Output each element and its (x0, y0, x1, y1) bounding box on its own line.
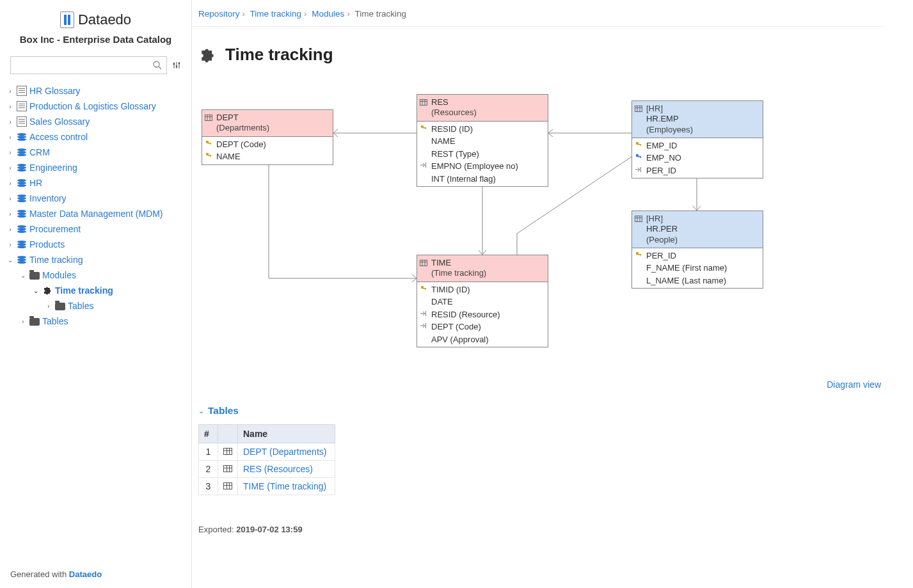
breadcrumb: Repository› Time tracking› Modules› Time… (192, 0, 884, 27)
svg-rect-39 (420, 260, 427, 266)
tree-item[interactable]: ›CRM (6, 145, 185, 160)
svg-rect-29 (210, 155, 211, 157)
svg-rect-59 (640, 156, 641, 158)
table-link[interactable]: TIME (Time tracking) (243, 481, 326, 491)
folder-icon (29, 318, 40, 326)
key-icon (420, 124, 427, 132)
erd-table-dept[interactable]: DEPT (Departments) DEPT (Code) NAME (202, 109, 333, 165)
erd-header: [HR] HR.EMP (Employees) (632, 101, 763, 138)
table-row[interactable]: 3 TIME (Time tracking) (199, 478, 335, 495)
database-icon (17, 209, 27, 219)
module-icon (198, 46, 216, 64)
table-link[interactable]: DEPT (Departments) (243, 447, 326, 457)
logo-icon (60, 12, 74, 28)
svg-line-11 (482, 250, 486, 255)
database-icon (17, 239, 27, 250)
table-icon (223, 482, 232, 489)
tree-item-tables-inner[interactable]: ›Tables (6, 298, 185, 314)
col-name: Name (238, 425, 335, 443)
tables-heading[interactable]: ⌄ Tables (198, 405, 884, 417)
svg-line-16 (548, 129, 553, 133)
svg-line-8 (412, 274, 417, 278)
database-icon (17, 193, 27, 203)
svg-line-14 (333, 133, 338, 137)
erd-table-per[interactable]: [HR] HR.PER (People) PER_ID F_NAME (Firs… (631, 211, 763, 289)
diagram-view-link-row: Diagram view (192, 379, 884, 390)
fk-icon (635, 166, 642, 173)
svg-line-17 (548, 133, 553, 137)
svg-rect-26 (210, 143, 211, 145)
svg-rect-56 (640, 144, 641, 146)
tree-item-time-tracking[interactable]: ⌄Time tracking (6, 252, 185, 267)
tree-item[interactable]: ›HR Glossary (6, 83, 185, 99)
tree-item[interactable]: ›HR (6, 175, 185, 191)
table-row[interactable]: 1 DEPT (Departments) (199, 443, 335, 461)
breadcrumb-modules[interactable]: Modules (312, 9, 344, 19)
diagram-view-link[interactable]: Diagram view (827, 379, 881, 390)
erd-table-emp[interactable]: [HR] HR.EMP (Employees) EMP_ID EMP_NO PE… (631, 100, 763, 179)
tree-item[interactable]: ›Inventory (6, 191, 185, 206)
svg-rect-68 (640, 254, 641, 256)
svg-line-13 (333, 129, 338, 133)
tables-section: ⌄ Tables # Name 1 DEPT (Departments) 2 (198, 405, 884, 495)
table-link[interactable]: RES (Resources) (243, 464, 313, 474)
database-icon (17, 178, 27, 188)
tree-item-module-time-tracking[interactable]: ⌄Time tracking (6, 283, 185, 298)
search-icon (152, 60, 163, 70)
breadcrumb-time-tracking[interactable]: Time tracking (250, 9, 302, 19)
tree-item-tables-outer[interactable]: ›Tables (6, 314, 185, 329)
sidebar: Dataedo Box Inc - Enterprise Data Catalo… (0, 0, 192, 588)
svg-rect-36 (425, 127, 426, 129)
app-logo: Dataedo (60, 12, 131, 28)
tree-item-modules[interactable]: ⌄Modules (6, 267, 185, 283)
breadcrumb-repository[interactable]: Repository (198, 9, 240, 19)
tree-item[interactable]: ›Engineering (6, 160, 185, 175)
logo-block: Dataedo (6, 12, 185, 30)
module-icon (42, 285, 52, 296)
key-icon (635, 251, 642, 258)
fk-icon (420, 322, 427, 330)
table-icon (635, 215, 642, 223)
database-icon (17, 147, 27, 157)
erd-table-time[interactable]: TIME (Time tracking) TIMID (ID) DATE RES… (417, 255, 548, 347)
table-icon (420, 259, 427, 267)
svg-rect-20 (205, 115, 212, 121)
search-row (6, 56, 185, 74)
tree-item[interactable]: ›Procurement (6, 221, 185, 237)
main-content: Repository› Time tracking› Modules› Time… (192, 0, 913, 588)
tables-list: # Name 1 DEPT (Departments) 2 RES (Resou… (198, 424, 335, 495)
search-input[interactable] (15, 61, 152, 70)
svg-line-1 (159, 67, 161, 69)
tree-item[interactable]: ›Sales Glossary (6, 114, 185, 129)
erd-header: RES (Resources) (417, 95, 548, 122)
col-num: # (199, 425, 218, 443)
key-icon (635, 141, 642, 148)
tree-item[interactable]: ›Access control (6, 129, 185, 145)
svg-line-18 (693, 206, 697, 211)
brand-name: Dataedo (78, 12, 131, 28)
fk-icon (420, 310, 427, 317)
page-title-row: Time tracking (192, 45, 884, 65)
book-icon (17, 101, 27, 111)
tree-item[interactable]: ›Production & Logistics Glossary (6, 99, 185, 114)
tree-item[interactable]: ›Products (6, 237, 185, 252)
tree-item[interactable]: ›Master Data Management (MDM) (6, 206, 185, 221)
book-icon (17, 86, 27, 96)
filter-icon[interactable] (172, 61, 181, 70)
key-icon (635, 153, 642, 161)
table-row[interactable]: 2 RES (Resources) (199, 461, 335, 478)
footer-text: Generated with (10, 569, 69, 579)
erd-header: TIME (Time tracking) (417, 255, 548, 282)
table-icon (635, 105, 642, 113)
exported-line: Exported: 2019-07-02 13:59 (198, 525, 884, 534)
footer-brand-link[interactable]: Dataedo (69, 569, 102, 579)
erd-table-res[interactable]: RES (Resources) RESID (ID) NAME REST (Ty… (417, 94, 548, 187)
breadcrumb-current: Time tracking (354, 9, 406, 19)
erd-diagram: DEPT (Departments) DEPT (Code) NAME RES … (198, 93, 884, 368)
svg-point-0 (154, 61, 159, 67)
svg-point-7 (179, 63, 180, 65)
erd-header: [HR] HR.PER (People) (632, 211, 763, 248)
nav-tree: ›HR Glossary ›Production & Logistics Glo… (6, 83, 185, 329)
database-icon (17, 224, 27, 234)
search-box[interactable] (10, 56, 167, 74)
